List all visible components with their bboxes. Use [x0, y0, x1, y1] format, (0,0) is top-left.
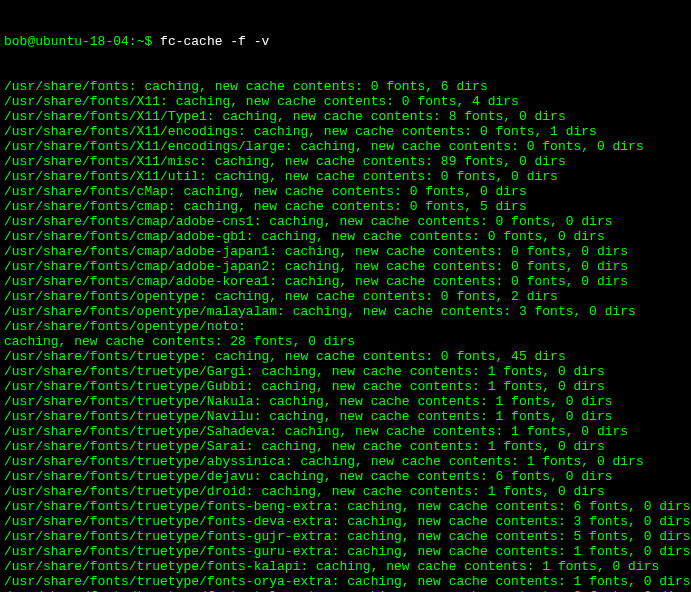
- output-line: /usr/share/fonts/truetype: caching, new …: [4, 349, 687, 364]
- output-line: /usr/share/fonts/truetype/abyssinica: ca…: [4, 454, 687, 469]
- command-text: fc-cache -f -v: [160, 34, 269, 49]
- output-line: /usr/share/fonts/truetype/Navilu: cachin…: [4, 409, 687, 424]
- prompt-symbol: $: [144, 34, 152, 49]
- output-line: /usr/share/fonts/opentype/malayalam: cac…: [4, 304, 687, 319]
- command-line: bob@ubuntu-18-04:~$ fc-cache -f -v: [4, 34, 687, 49]
- output-line: /usr/share/fonts/truetype/fonts-guru-ext…: [4, 544, 687, 559]
- output-line: /usr/share/fonts/X11/Type1: caching, new…: [4, 109, 687, 124]
- output-line: /usr/share/fonts/cmap/adobe-japan1: cach…: [4, 244, 687, 259]
- output-line: /usr/share/fonts/cmap/adobe-cns1: cachin…: [4, 214, 687, 229]
- output-line: /usr/share/fonts: caching, new cache con…: [4, 79, 687, 94]
- prompt-separator: :: [129, 34, 137, 49]
- output-line: caching, new cache contents: 28 fonts, 0…: [4, 334, 687, 349]
- output-line: /usr/share/fonts/X11/encodings/large: ca…: [4, 139, 687, 154]
- output-line: /usr/share/fonts/truetype/Nakula: cachin…: [4, 394, 687, 409]
- output-line: /usr/share/fonts/truetype/Sarai: caching…: [4, 439, 687, 454]
- output-line: /usr/share/fonts/truetype/fonts-deva-ext…: [4, 514, 687, 529]
- output-line: /usr/share/fonts/X11: caching, new cache…: [4, 94, 687, 109]
- output-line: /usr/share/fonts/opentype: caching, new …: [4, 289, 687, 304]
- output-line: /usr/share/fonts/truetype/fonts-gujr-ext…: [4, 529, 687, 544]
- output-line: /usr/share/fonts/truetype/Sahadeva: cach…: [4, 424, 687, 439]
- output-line: /usr/share/fonts/cmap/adobe-korea1: cach…: [4, 274, 687, 289]
- output-line: /usr/share/fonts/cmap/adobe-gb1: caching…: [4, 229, 687, 244]
- output-line: /usr/share/fonts/truetype/fonts-orya-ext…: [4, 574, 687, 589]
- output-line: /usr/share/fonts/truetype/fonts-kalapi: …: [4, 559, 687, 574]
- output-line: /usr/share/fonts/truetype/droid: caching…: [4, 484, 687, 499]
- output-line: /usr/share/fonts/truetype/Gubbi: caching…: [4, 379, 687, 394]
- output-line: /usr/share/fonts/cMap: caching, new cach…: [4, 184, 687, 199]
- output-line: /usr/share/fonts/truetype/Gargi: caching…: [4, 364, 687, 379]
- output-line: /usr/share/fonts/truetype/dejavu: cachin…: [4, 469, 687, 484]
- output-line: /usr/share/fonts/X11/misc: caching, new …: [4, 154, 687, 169]
- output-line: /usr/share/fonts/cmap/adobe-japan2: cach…: [4, 259, 687, 274]
- output-line: /usr/share/fonts/truetype/fonts-beng-ext…: [4, 499, 687, 514]
- output-line: /usr/share/fonts/X11/encodings: caching,…: [4, 124, 687, 139]
- output-line: /usr/share/fonts/X11/util: caching, new …: [4, 169, 687, 184]
- output-line: /usr/share/fonts/opentype/noto:: [4, 319, 687, 334]
- terminal-window[interactable]: bob@ubuntu-18-04:~$ fc-cache -f -v /usr/…: [4, 4, 687, 592]
- output-container: /usr/share/fonts: caching, new cache con…: [4, 79, 687, 592]
- output-line: /usr/share/fonts/cmap: caching, new cach…: [4, 199, 687, 214]
- prompt-user-host: bob@ubuntu-18-04: [4, 34, 129, 49]
